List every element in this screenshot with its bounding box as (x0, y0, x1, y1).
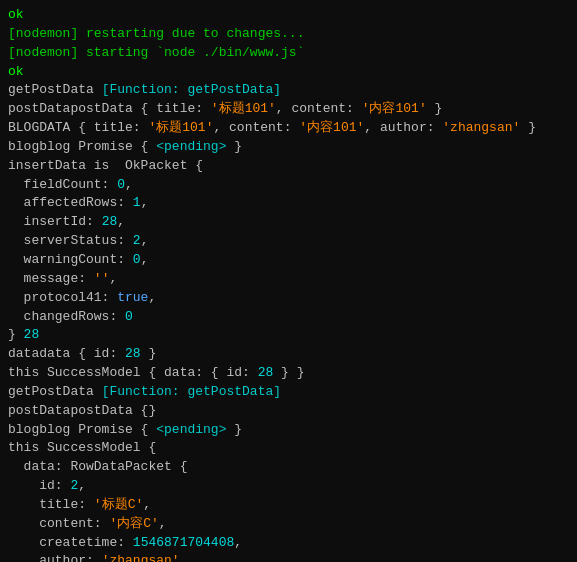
terminal-line: datadata { id: 28 } (8, 345, 569, 364)
terminal-line: data: RowDataPacket { (8, 458, 569, 477)
terminal-line: changedRows: 0 (8, 308, 569, 327)
terminal-line: getPostData [Function: getPostData] (8, 383, 569, 402)
terminal: ok[nodemon] restarting due to changes...… (0, 0, 577, 562)
terminal-line: getPostData [Function: getPostData] (8, 81, 569, 100)
terminal-line: [nodemon] restarting due to changes... (8, 25, 569, 44)
terminal-line: content: '内容C', (8, 515, 569, 534)
terminal-line: serverStatus: 2, (8, 232, 569, 251)
terminal-line: createtime: 1546871704408, (8, 534, 569, 553)
terminal-line: blogblog Promise { <pending> } (8, 421, 569, 440)
terminal-line: protocol41: true, (8, 289, 569, 308)
terminal-line: ok (8, 6, 569, 25)
terminal-line: message: '', (8, 270, 569, 289)
terminal-line: warningCount: 0, (8, 251, 569, 270)
terminal-line: ok (8, 63, 569, 82)
terminal-line: insertId: 28, (8, 213, 569, 232)
terminal-line: [nodemon] starting `node ./bin/www.js` (8, 44, 569, 63)
terminal-line: author: 'zhangsan' (8, 552, 569, 562)
terminal-line: } 28 (8, 326, 569, 345)
terminal-line: BLOGDATA { title: '标题101', content: '内容1… (8, 119, 569, 138)
terminal-line: affectedRows: 1, (8, 194, 569, 213)
terminal-line: this SuccessModel { (8, 439, 569, 458)
terminal-line: this SuccessModel { data: { id: 28 } } (8, 364, 569, 383)
terminal-line: postDatapostData {} (8, 402, 569, 421)
terminal-line: title: '标题C', (8, 496, 569, 515)
terminal-line: insertData is OkPacket { (8, 157, 569, 176)
terminal-line: postDatapostData { title: '标题101', conte… (8, 100, 569, 119)
terminal-line: fieldCount: 0, (8, 176, 569, 195)
terminal-line: id: 2, (8, 477, 569, 496)
terminal-line: blogblog Promise { <pending> } (8, 138, 569, 157)
